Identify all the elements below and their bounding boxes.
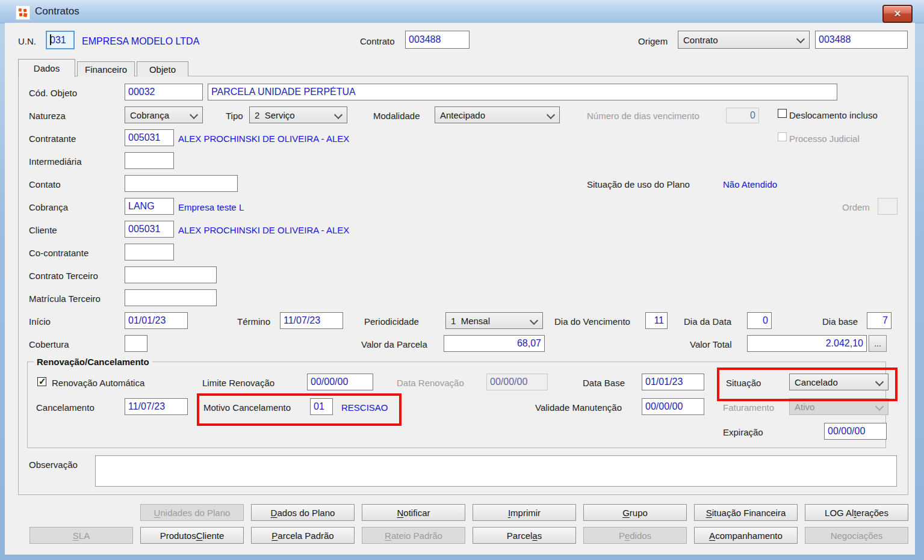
valor-total-more-button[interactable]: ... [869,335,887,352]
data-base-input[interactable] [642,374,704,390]
dia-base-input[interactable] [867,312,891,329]
origem-label: Origem [638,36,668,46]
contato-input[interactable] [125,175,238,192]
valor-parcela-input[interactable] [444,335,545,352]
rateio-padrao-button[interactable]: Rateio Padrão [362,527,465,544]
cod-objeto-desc-input[interactable] [208,84,837,100]
sla-button[interactable]: SLA [29,527,133,544]
contratos-window: Contratos ✕ U.N. EMPRESA MODELO LTDA Con… [0,0,924,560]
limite-renovacao-label: Limite Renovação [202,378,274,388]
dados-do-plano-button[interactable]: Dados do Plano [251,504,355,521]
cobertura-label: Cobertura [29,339,69,349]
situacao-selected-value: Cancelado [795,377,838,387]
origem-code-input[interactable] [815,31,908,49]
situacao-select[interactable]: Cancelado [789,374,888,390]
app-icon [16,5,30,20]
chevron-down-icon [875,378,884,386]
matricula-terceiro-input[interactable] [125,289,217,306]
app-icon-glyph [17,7,28,18]
motivo-cancelamento-label: Motivo Cancelamento [203,402,291,413]
expiracao-label: Expiração [723,427,763,437]
cliente-label: Cliente [29,225,57,235]
data-renovacao-label: Data Renovação [397,378,464,388]
notificar-button[interactable]: Notificar [362,504,465,521]
intermediaria-input[interactable] [125,152,174,169]
contratante-code-input[interactable] [125,129,174,146]
title-bar: Contratos ✕ [0,0,924,23]
motivo-cancelamento-code-input[interactable] [310,398,333,415]
data-base-label: Data Base [583,378,625,388]
validade-manutencao-input[interactable] [642,398,704,415]
contratante-name-text: ALEX PROCHINSKI DE OLIVEIRA - ALEX [178,134,349,144]
chevron-down-icon [334,111,343,119]
tipo-selected-value: 2 Serviço [255,110,295,120]
renovacao-cancelamento-title: Renovação/Cancelamento [34,357,152,367]
dia-data-input[interactable] [747,312,772,329]
natureza-label: Natureza [29,111,66,121]
dia-vencimento-label: Dia do Vencimento [554,316,630,327]
close-icon: ✕ [894,8,902,19]
text-caret [50,34,51,45]
data-renovacao-input [486,374,548,390]
close-button[interactable]: ✕ [882,5,913,23]
periodicidade-select[interactable]: 1 Mensal [445,312,543,329]
unidades-do-plano-button[interactable]: Unidades do Plano [140,504,244,521]
valor-total-input[interactable] [747,335,867,352]
cobertura-input[interactable] [125,335,147,352]
tab-objeto[interactable]: Objeto [137,61,188,76]
modalidade-select[interactable]: Antecipado [435,106,560,123]
pedidos-button[interactable]: Pedidos [583,527,687,544]
situacao-financeira-button[interactable]: Situação Financeira [694,504,798,521]
tab-financeiro[interactable]: Financeiro [77,61,135,76]
inicio-input[interactable] [125,312,188,329]
cod-objeto-label: Cód. Objeto [29,88,77,98]
cobranca-code-input[interactable] [125,198,174,215]
num-dias-vencimento-input [726,108,759,123]
faturamento-selected-value: Ativo [795,402,814,412]
contato-label: Contato [29,179,61,189]
periodicidade-label: Periodicidade [364,316,419,327]
matricula-terceiro-label: Matrícula Terceiro [29,294,101,304]
processo-judicial-label: Processo Judicial [789,134,860,144]
contrato-input[interactable] [405,31,470,49]
un-label: U.N. [18,36,36,46]
dia-vencimento-input[interactable] [645,312,668,329]
log-alteracoes-button[interactable]: LOG Alterações [805,504,908,521]
window-title: Contratos [35,5,79,17]
cod-objeto-code-input[interactable] [125,84,203,100]
button-row-bottom: SLAProdutos ClienteParcela PadrãoRateio … [29,527,908,544]
co-contratante-label: Co-contratante [29,248,88,258]
acompanhamento-button[interactable]: Acompanhamento [694,527,798,544]
grupo-button[interactable]: Grupo [583,504,687,521]
situacao-label: Situação [726,378,761,388]
origem-select[interactable]: Contrato [678,31,810,49]
termino-input[interactable] [280,312,343,329]
cancelamento-input[interactable] [125,398,188,415]
parcelas-button[interactable]: Parcelas [473,527,576,544]
ordem-label: Ordem [842,202,870,212]
co-contratante-input[interactable] [125,244,174,260]
validade-manutencao-label: Validade Manutenção [535,402,622,413]
negociacoes-button[interactable]: Negociações [805,527,908,544]
cliente-code-input[interactable] [125,221,174,238]
imprimir-button[interactable]: Imprimir [473,504,576,521]
produtos-cliente-button[interactable]: Produtos Cliente [140,527,244,544]
deslocamento-incluso-checkbox[interactable] [778,109,787,118]
parcela-padrao-button[interactable]: Parcela Padrão [251,527,355,544]
contrato-label: Contrato [360,36,395,46]
contrato-terceiro-input[interactable] [125,266,217,283]
cliente-name-text: ALEX PROCHINSKI DE OLIVEIRA - ALEX [178,225,349,235]
processo-judicial-checkbox [778,132,787,141]
observacao-textarea[interactable] [95,455,897,487]
motivo-cancelamento-desc-text: RESCISAO [341,402,388,413]
natureza-select[interactable]: Cobrança [125,106,203,123]
expiracao-input[interactable] [824,423,887,440]
periodicidade-selected-value: 1 Mensal [451,316,490,326]
renovacao-automatica-checkbox[interactable] [37,377,46,386]
tab-dados[interactable]: Dados [18,59,75,77]
limite-renovacao-input[interactable] [307,374,373,390]
situacao-uso-plano-label: Situação de uso do Plano [587,179,690,189]
tipo-select[interactable]: 2 Serviço [249,106,347,123]
chevron-down-icon [530,316,538,325]
chevron-down-icon [796,35,805,43]
